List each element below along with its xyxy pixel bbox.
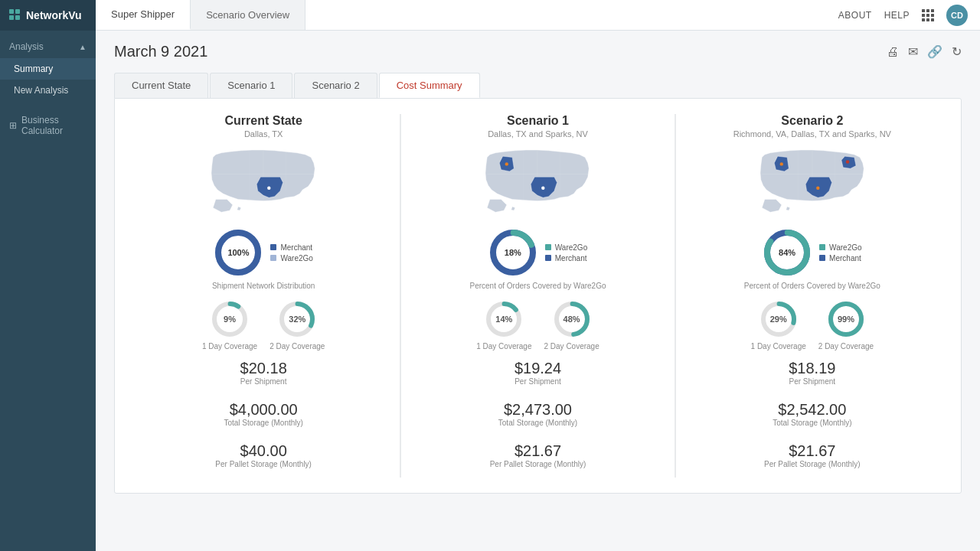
coverage-1day-label: 9% xyxy=(224,315,236,324)
scenario-subtitle: Dallas, TX xyxy=(244,129,283,139)
coverage-1day-donut: 29% xyxy=(759,299,799,339)
per-pallet-section: $21.67 Per Pallet Storage (Monthly) xyxy=(685,442,939,478)
svg-point-8 xyxy=(267,187,270,190)
topbar: Super Shipper Scenario Overview ABOUT HE… xyxy=(96,0,980,31)
main-donut-section: 100% Merchant Ware2Go xyxy=(214,228,312,277)
total-storage-label: Total Storage (Monthly) xyxy=(410,419,665,427)
total-storage-label: Total Storage (Monthly) xyxy=(685,419,939,427)
per-shipment-label: Per Shipment xyxy=(410,377,665,386)
svg-rect-2 xyxy=(9,15,14,20)
networkvu-logo-icon xyxy=(9,9,21,21)
scenario-col-scenario-1: Scenario 1 Dallas, TX and Sparks, NV 18%… xyxy=(401,114,675,478)
main-content: Super Shipper Scenario Overview ABOUT HE… xyxy=(96,0,980,551)
us-map xyxy=(751,146,874,219)
legend-label: Ware2Go xyxy=(555,243,587,252)
main-chart-label: Shipment Network Distribution xyxy=(212,282,315,290)
scenario-subtitle: Dallas, TX and Sparks, NV xyxy=(488,129,588,139)
coverage-2day-label: 99% xyxy=(838,315,854,324)
coverage-1day-label: 29% xyxy=(770,315,787,324)
coverage-1day-group: 9% 1 Day Coverage xyxy=(202,299,257,350)
tab-cost-summary[interactable]: Cost Summary xyxy=(379,73,480,98)
tab-super-shipper-label: Super Shipper xyxy=(111,8,175,20)
svg-point-19 xyxy=(542,187,545,190)
main-donut: 100% xyxy=(214,228,263,277)
legend-item: Ware2Go xyxy=(545,243,587,252)
main-donut-label: 84% xyxy=(779,248,795,257)
legend-dot xyxy=(270,255,276,261)
analysis-section: Analysis ▲ Summary New Analysis xyxy=(0,31,96,106)
link-icon[interactable]: 🔗 xyxy=(927,44,942,59)
legend-dot xyxy=(270,244,276,250)
donut-legend: Merchant Ware2Go xyxy=(270,243,312,262)
coverage-2day-group: 32% 2 Day Coverage xyxy=(270,299,325,350)
page-date: March 9 2021 xyxy=(114,43,207,60)
tab-current-state[interactable]: Current State xyxy=(114,73,208,98)
tab-scenario-1[interactable]: Scenario 1 xyxy=(210,73,292,98)
topbar-tab-super-shipper[interactable]: Super Shipper xyxy=(96,0,191,30)
tab-scenario-overview-label: Scenario Overview xyxy=(206,9,289,21)
per-shipment-value: $20.18 xyxy=(136,360,390,377)
us-map xyxy=(476,146,599,219)
page-actions: 🖨 ✉ 🔗 ↻ xyxy=(887,44,962,59)
per-shipment-value: $19.24 xyxy=(410,360,665,377)
tab-cost-summary-label: Cost Summary xyxy=(397,80,462,91)
svg-rect-1 xyxy=(15,9,20,14)
page-area: March 9 2021 🖨 ✉ 🔗 ↻ Current State Scena… xyxy=(96,31,980,551)
sidebar-logo[interactable]: NetworkVu xyxy=(0,0,96,31)
legend-label: Merchant xyxy=(280,243,312,252)
collapse-icon: ▲ xyxy=(79,43,87,51)
analysis-section-header[interactable]: Analysis ▲ xyxy=(0,35,96,58)
new-analysis-label: New Analysis xyxy=(14,85,68,96)
per-pallet-value: $21.67 xyxy=(410,442,665,460)
svg-rect-0 xyxy=(9,9,14,14)
main-donut-section: 84% Ware2Go Merchant xyxy=(763,228,861,277)
scenario-title: Current State xyxy=(224,114,302,128)
refresh-icon[interactable]: ↻ xyxy=(952,44,962,59)
coverage-2day-donut: 32% xyxy=(277,299,317,339)
summary-label: Summary xyxy=(14,64,53,74)
donut-legend: Ware2Go Merchant xyxy=(819,243,861,262)
coverage-row: 9% 1 Day Coverage 32% 2 Day Coverage xyxy=(202,299,325,350)
svg-point-33 xyxy=(846,160,849,163)
main-donut-label: 18% xyxy=(505,248,521,257)
legend-dot xyxy=(545,255,551,261)
scenario-col-scenario-2: Scenario 2 Richmond, VA, Dallas, TX and … xyxy=(676,114,949,478)
scenario-subtitle: Richmond, VA, Dallas, TX and Sparks, NV xyxy=(733,129,891,139)
tab-scenario-2-label: Scenario 2 xyxy=(312,80,359,91)
cost-summary-panel: Current State Dallas, TX 100% Merchant xyxy=(114,98,962,494)
avatar[interactable]: CD xyxy=(946,5,968,26)
legend-dot xyxy=(819,255,825,261)
coverage-2day-label: 32% xyxy=(289,315,305,324)
email-icon[interactable]: ✉ xyxy=(908,44,918,59)
total-storage-section: $2,473.00 Total Storage (Monthly) xyxy=(410,401,665,436)
tab-current-state-label: Current State xyxy=(132,80,191,91)
coverage-2day-text: 2 Day Coverage xyxy=(818,342,874,350)
sidebar-item-new-analysis[interactable]: New Analysis xyxy=(0,80,96,101)
legend-item: Ware2Go xyxy=(819,243,861,252)
analysis-section-label: Analysis xyxy=(9,41,44,52)
tab-scenario-2[interactable]: Scenario 2 xyxy=(294,73,377,98)
total-storage-value: $2,473.00 xyxy=(410,401,665,419)
apps-icon[interactable] xyxy=(922,9,934,21)
calc-icon: ⊞ xyxy=(9,120,17,131)
help-link[interactable]: HELP xyxy=(884,10,910,21)
page-header: March 9 2021 🖨 ✉ 🔗 ↻ xyxy=(114,43,962,60)
sidebar-item-summary[interactable]: Summary xyxy=(0,58,96,80)
coverage-row: 14% 1 Day Coverage 48% 2 Day Coverage xyxy=(476,299,599,350)
coverage-2day-group: 99% 2 Day Coverage xyxy=(818,299,874,350)
total-storage-section: $4,000.00 Total Storage (Monthly) xyxy=(136,401,390,436)
about-link[interactable]: ABOUT xyxy=(838,10,872,21)
scenario-title: Scenario 1 xyxy=(507,114,569,128)
print-icon[interactable]: 🖨 xyxy=(887,45,899,59)
coverage-2day-label: 48% xyxy=(564,315,580,324)
coverage-2day-donut: 99% xyxy=(826,299,866,339)
sidebar-item-business-calculator[interactable]: ⊞ Business Calculator xyxy=(0,109,96,142)
per-pallet-value: $21.67 xyxy=(685,442,939,460)
main-donut: 18% xyxy=(488,228,537,277)
per-pallet-section: $40.00 Per Pallet Storage (Monthly) xyxy=(136,442,390,478)
per-shipment-label: Per Shipment xyxy=(136,377,390,386)
coverage-1day-group: 14% 1 Day Coverage xyxy=(476,299,531,350)
app-name: NetworkVu xyxy=(26,9,82,21)
topbar-tab-scenario-overview[interactable]: Scenario Overview xyxy=(191,0,305,30)
donut-legend: Ware2Go Merchant xyxy=(545,243,587,262)
